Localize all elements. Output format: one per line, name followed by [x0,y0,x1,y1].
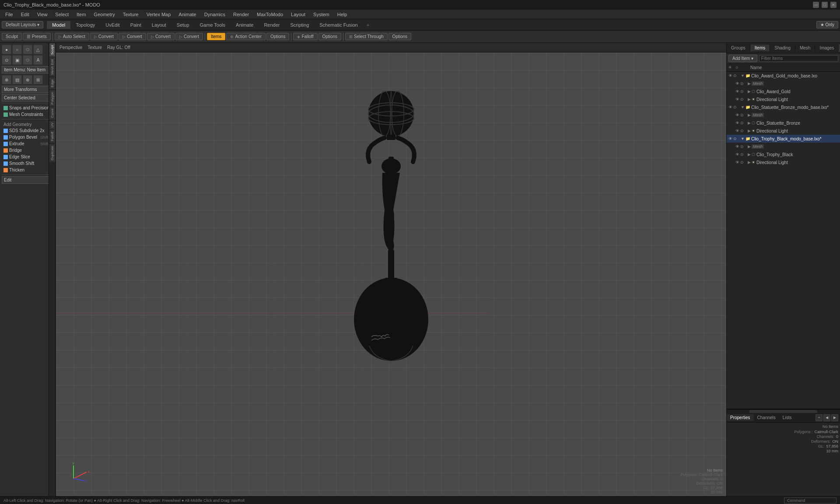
tab-shading[interactable]: Shading [770,45,795,51]
tab-mesh[interactable]: Mesh [795,45,815,51]
item-row-7[interactable]: 👁 ⊙ ▶ ⬡ Clio_Statuette_Bronze [727,119,840,127]
rb-collapse[interactable]: ▶ [831,414,838,421]
item-menu-dropdown[interactable]: Item Menu: New Item ▾ [2,66,54,74]
sculpt-button[interactable]: Sculpt [2,33,22,40]
convert-button-2[interactable]: ▷ Convert [119,33,146,40]
tab-animate[interactable]: Animate [231,21,259,29]
tab-game-tools[interactable]: Game Tools [195,21,231,29]
tab-add[interactable]: + [363,21,373,29]
star-only-button[interactable]: ★ Only [816,21,838,28]
tab-setup[interactable]: Setup [172,21,195,29]
tab-render[interactable]: Render [259,21,285,29]
tool-icon-8[interactable]: A [33,55,43,65]
options-button-1[interactable]: Options [266,33,289,40]
mesh-constraints-item[interactable]: Mesh Constraints [2,111,54,118]
viewport-label-texture[interactable]: Texture [88,45,102,50]
vtab-mesh-edit[interactable]: Mesh Edit [49,57,56,77]
viewport[interactable]: Perspective Texture Ray GL: Off ⊞ ⊕ ⚙ 📷 … [56,43,726,496]
transform-icon-2[interactable]: ▤ [12,75,22,84]
edit-dropdown[interactable]: Edit ▾ [2,176,54,184]
close-button[interactable]: ✕ [830,2,836,8]
transform-icon-3[interactable]: ⊗ [23,75,32,84]
item-row-1[interactable]: 👁 ⊙ ▼ 📁 Clio_Award_Gold_modo_base.lxo [727,72,840,80]
tab-images[interactable]: Images [815,45,839,51]
menu-file[interactable]: File [2,11,17,18]
menu-view[interactable]: View [34,11,51,18]
vtab-duplicate[interactable]: Duplicate [49,144,56,162]
options-button-3[interactable]: Options [388,33,411,40]
smooth-shift-item[interactable]: Smooth Shift [2,160,54,167]
command-input[interactable] [784,497,836,504]
tab-paint[interactable]: Paint [125,21,147,29]
tool-icon-1[interactable]: ● [2,45,11,54]
menu-edit[interactable]: Edit [18,11,33,18]
menu-select[interactable]: Select [52,11,72,18]
bridge-item[interactable]: Bridge [2,147,54,154]
tool-icon-3[interactable]: ⬡ [23,45,32,54]
tool-icon-2[interactable]: ○ [12,45,22,54]
tab-model[interactable]: Model [47,21,70,29]
vtab-polygon[interactable]: Polygon [49,90,56,107]
item-row-9[interactable]: 👁 ⊙ ▼ 📁 Clio_Trophy_Black_modo_base.lxo* [727,135,840,143]
tab-topology[interactable]: Topology [70,21,100,29]
tool-icon-7[interactable]: ⬡ [23,55,32,65]
sds-subdivide-item[interactable]: SDS Subdivide 2x [2,127,54,134]
more-transforms-dropdown[interactable]: More Transforms ▾ [2,86,54,93]
vtab-uv[interactable]: UV [49,120,56,130]
tool-icon-6[interactable]: ▣ [12,55,22,65]
menu-geometry[interactable]: Geometry [90,11,118,18]
menu-layout[interactable]: Layout [287,11,309,18]
menu-item[interactable]: Item [73,11,89,18]
item-row-8[interactable]: 👁 ⊙ ▶ ☀ Directional Light [727,127,840,135]
item-row-4[interactable]: 👁 ⊙ ▶ ☀ Directional Light [727,95,840,103]
presets-button[interactable]: ☰Presets [23,33,51,40]
menu-system[interactable]: System [310,11,333,18]
select-through-button[interactable]: ⊞ Select Through [345,33,388,40]
tab-items[interactable]: Items [750,45,770,51]
vtab-edge[interactable]: Edge [49,77,56,90]
menu-animate[interactable]: Animate [175,11,200,18]
extrude-item[interactable]: Extrude Shift-E [2,140,54,147]
thicken-item[interactable]: Thicken [2,167,54,173]
tool-icon-5[interactable]: ⊙ [2,55,11,65]
item-row-12[interactable]: 👁 ⊙ ▶ ☀ Directional Light [727,158,840,166]
viewport-canvas[interactable]: X Y Z No Items Polygons: Catmull-Clark C… [56,52,726,496]
convert-button-1[interactable]: ▷ Convert [90,33,118,40]
filter-items-input[interactable] [759,55,838,62]
minimize-button[interactable]: — [813,2,819,8]
item-row-3[interactable]: 👁 ⊙ ▶ ⬡ Clio_Award_Gold [727,88,840,95]
vtab-sculpt[interactable]: Sculpt [49,43,56,57]
action-center-button[interactable]: ⊕ Action Center [226,33,266,40]
options-button-2[interactable]: Options [318,33,341,40]
snaps-precision-item[interactable]: Snaps and Precision [2,105,54,111]
tab-channels[interactable]: Channels [754,414,779,421]
item-row-6[interactable]: 👁 ⊙ ▶ Mesh [727,111,840,119]
tab-schematic-fusion[interactable]: Schematic Fusion [314,21,363,29]
falloff-button[interactable]: ◈ Falloff [293,33,317,40]
maximize-button[interactable]: □ [822,2,828,8]
layout-dropdown[interactable]: Default Layouts ▾ [2,21,43,28]
polygon-bevel-item[interactable]: Polygon Bevel Shift-B [2,134,54,140]
item-row-5[interactable]: 👁 ⊙ ▼ 📁 Clio_Statuette_Bronze_modo_base.… [727,103,840,111]
center-selected-dropdown[interactable]: Center Selected ▾ [2,94,54,102]
tool-icon-4[interactable]: △ [33,45,43,54]
menu-dynamics[interactable]: Dynamics [201,11,229,18]
tab-uvedit[interactable]: UvEdit [100,21,125,29]
tab-groups[interactable]: Groups [727,45,750,51]
tab-layout[interactable]: Layout [147,21,172,29]
menu-help[interactable]: Help [334,11,351,18]
item-row-10[interactable]: 👁 ⊙ ▶ Mesh [727,143,840,150]
viewport-label-raygl[interactable]: Ray GL: Off [107,45,130,50]
menu-vertex-map[interactable]: Vertex Map [143,11,175,18]
item-row-11[interactable]: 👁 ⊙ ▶ ⬡ Clio_Trophy_Black [727,150,840,158]
auto-select-button[interactable]: ▷ Auto Select [55,33,89,40]
items-button[interactable]: Items [207,33,225,40]
menu-maxtomodo[interactable]: MaxToModo [253,11,287,18]
tab-scripting[interactable]: Scripting [285,21,314,29]
tab-lists[interactable]: Lists [779,414,795,421]
add-item-button[interactable]: Add Item ▾ [728,55,757,62]
transform-icon-1[interactable]: ⊕ [2,75,11,84]
item-row-2[interactable]: 👁 ⊙ ▶ Mesh [727,80,840,88]
rb-expand[interactable]: ◀ [823,414,830,421]
tab-properties[interactable]: Properties [727,414,754,421]
